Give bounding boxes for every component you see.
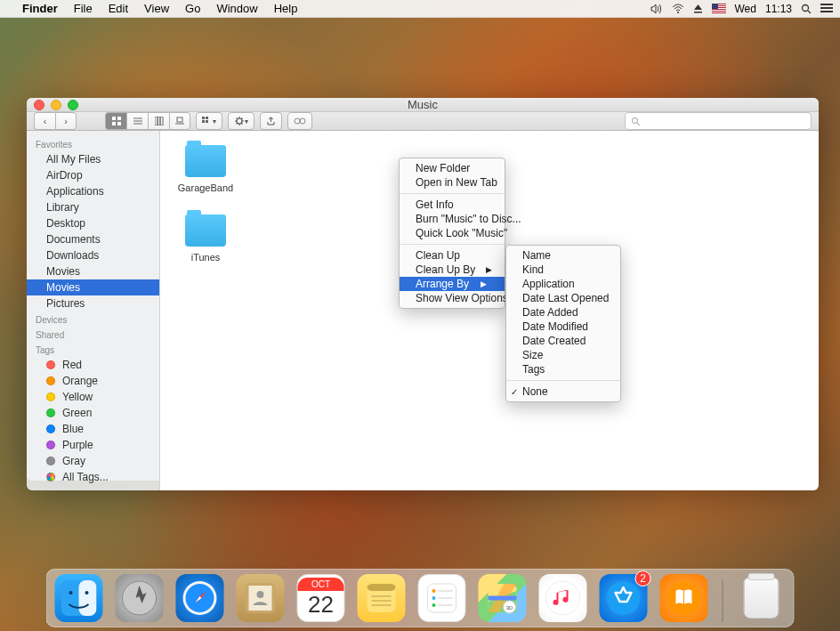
sidebar-item[interactable]: Pictures: [27, 295, 159, 311]
sidebar-tag-item[interactable]: Yellow: [27, 389, 159, 405]
arrange-button[interactable]: ▾: [196, 112, 222, 130]
menu-item[interactable]: Get Info: [400, 198, 505, 212]
dock-notes[interactable]: [358, 574, 406, 622]
eject-icon[interactable]: [693, 4, 703, 13]
submenu-item[interactable]: Date Modified: [506, 320, 620, 334]
sidebar-tag-item[interactable]: Green: [27, 405, 159, 421]
svg-rect-46: [368, 584, 396, 591]
sidebar-item[interactable]: Movies: [27, 279, 159, 295]
svg-point-0: [677, 12, 679, 13]
folder-item[interactable]: GarageBand: [174, 145, 237, 193]
dock-launchpad[interactable]: [116, 574, 164, 622]
submenu-item[interactable]: Application: [506, 277, 620, 291]
svg-rect-12: [820, 11, 833, 12]
sidebar-item[interactable]: Applications: [27, 183, 159, 199]
svg-rect-35: [79, 580, 97, 616]
submenu-item[interactable]: Date Added: [506, 305, 620, 320]
clock-time[interactable]: 11:13: [765, 3, 792, 15]
dock-appstore[interactable]: 2: [600, 574, 648, 622]
folder-item[interactable]: iTunes: [174, 214, 237, 263]
menu-separator: [506, 380, 620, 381]
sidebar-item[interactable]: Movies: [27, 263, 159, 279]
sidebar-tag-item[interactable]: Gray: [27, 453, 159, 469]
submenu-item[interactable]: Date Last Opened: [506, 291, 620, 305]
menu-window[interactable]: Window: [208, 2, 265, 15]
menu-item[interactable]: Burn "Music" to Disc...: [400, 212, 505, 226]
dock-trash[interactable]: [738, 574, 786, 622]
menu-view[interactable]: View: [136, 2, 177, 15]
submenu-item[interactable]: Size: [506, 348, 620, 362]
svg-rect-10: [820, 4, 833, 5]
forward-button[interactable]: ›: [55, 112, 77, 130]
menu-item[interactable]: Open in New Tab: [400, 175, 505, 190]
search-input[interactable]: [625, 112, 812, 130]
sidebar-item[interactable]: Documents: [27, 231, 159, 247]
close-button[interactable]: [34, 100, 44, 110]
menu-item[interactable]: Clean Up: [400, 248, 505, 263]
sidebar-tag-item[interactable]: Purple: [27, 437, 159, 453]
tags-button[interactable]: [287, 112, 312, 130]
wifi-icon[interactable]: [672, 4, 684, 14]
icon-view-button[interactable]: [105, 112, 126, 130]
toolbar: ‹ › ▾ ▾: [27, 112, 819, 131]
sidebar-tag-item[interactable]: Blue: [27, 421, 159, 437]
sidebar-item[interactable]: Downloads: [27, 247, 159, 263]
menu-file[interactable]: File: [66, 2, 101, 15]
tag-dot-icon: [46, 360, 55, 369]
dock-contacts[interactable]: [237, 574, 285, 622]
sidebar-item-all-tags[interactable]: All Tags...: [27, 469, 159, 485]
column-view-button[interactable]: [148, 112, 169, 130]
menu-help[interactable]: Help: [266, 2, 306, 15]
list-view-button[interactable]: [126, 112, 148, 130]
notification-center-icon[interactable]: [820, 4, 833, 13]
menu-item[interactable]: Show View Options: [400, 291, 505, 305]
sidebar-item[interactable]: Desktop: [27, 215, 159, 231]
action-button[interactable]: ▾: [228, 112, 254, 130]
sidebar-section-shared: Shared: [27, 327, 159, 342]
window-title: Music: [408, 98, 438, 111]
sidebar-tag-item[interactable]: Orange: [27, 373, 159, 389]
submenu-item[interactable]: Date Created: [506, 334, 620, 348]
dock-reminders[interactable]: [418, 574, 466, 622]
svg-point-37: [85, 591, 89, 595]
submenu-item[interactable]: Tags: [506, 362, 620, 376]
dock-calendar[interactable]: OCT 22: [297, 574, 345, 622]
dock-maps[interactable]: 3D: [479, 574, 527, 622]
back-button[interactable]: ‹: [34, 112, 55, 130]
submenu-item[interactable]: Kind: [506, 263, 620, 277]
dock-finder[interactable]: [55, 574, 103, 622]
sidebar-item[interactable]: Library: [27, 199, 159, 215]
submenu-item[interactable]: Name: [506, 248, 620, 263]
sidebar-tag-item[interactable]: Red: [27, 357, 159, 373]
clock-day[interactable]: Wed: [735, 3, 756, 15]
svg-rect-23: [177, 117, 182, 122]
content-area[interactable]: GarageBandiTunes New FolderOpen in New T…: [160, 131, 819, 490]
menu-item[interactable]: New Folder: [400, 161, 505, 175]
submenu-arrow-icon: ▶: [481, 279, 487, 288]
menu-go[interactable]: Go: [177, 2, 208, 15]
dock-safari[interactable]: [176, 574, 224, 622]
menu-item[interactable]: Quick Look "Music": [400, 226, 505, 240]
minimize-button[interactable]: [51, 100, 61, 110]
volume-icon[interactable]: [650, 4, 663, 14]
dock-ibooks[interactable]: [660, 574, 708, 622]
flag-icon[interactable]: [712, 4, 726, 13]
menu-item[interactable]: Arrange By▶: [400, 277, 505, 291]
menu-edit[interactable]: Edit: [101, 2, 136, 15]
app-menu[interactable]: Finder: [14, 2, 66, 15]
titlebar[interactable]: Music: [27, 98, 819, 112]
sidebar-item[interactable]: AirDrop: [27, 167, 159, 183]
sidebar-item[interactable]: All My Files: [27, 151, 159, 167]
menu-item[interactable]: Clean Up By▶: [400, 263, 505, 277]
sidebar-section-tags: Tags: [27, 342, 159, 357]
maximize-button[interactable]: [68, 100, 78, 110]
tag-dot-icon: [46, 376, 55, 385]
share-button[interactable]: [260, 112, 282, 130]
spotlight-icon[interactable]: [801, 4, 812, 14]
dock-itunes[interactable]: [539, 574, 587, 622]
svg-point-60: [546, 581, 580, 615]
coverflow-view-button[interactable]: [169, 112, 190, 130]
menubar: Finder File Edit View Go Window Help Wed…: [0, 0, 840, 18]
submenu-item[interactable]: ✓None: [506, 384, 620, 399]
check-icon: ✓: [511, 387, 518, 397]
